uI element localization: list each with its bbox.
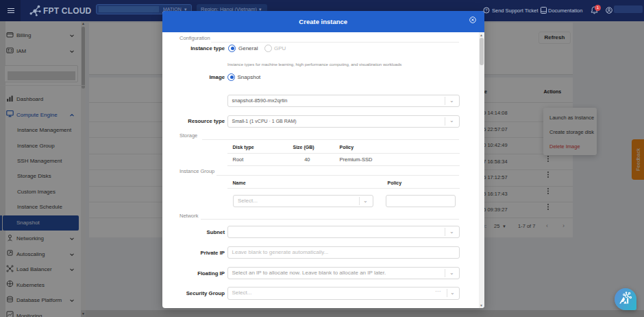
svg-text:?: ? bbox=[485, 8, 488, 12]
